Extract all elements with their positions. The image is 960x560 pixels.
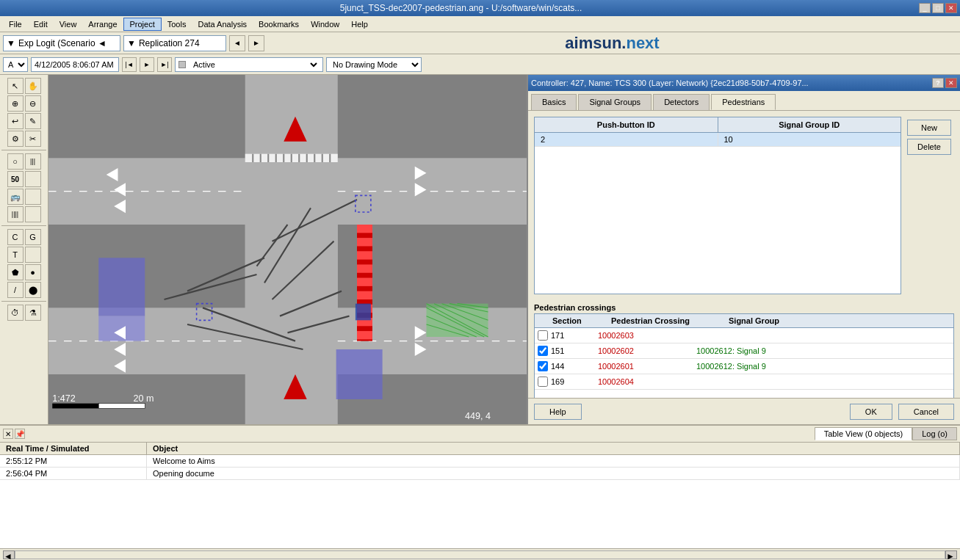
t-tool[interactable]: T — [7, 247, 24, 263]
scenario-dropdown[interactable]: ▼ Exp Logit (Scenario ◄ — [3, 35, 120, 51]
minimize-button[interactable]: _ — [919, 3, 931, 13]
prev-replication-button[interactable]: ◄ — [229, 35, 245, 51]
tool-row-8: |||| — [1, 206, 46, 222]
undo-tool[interactable]: ↩ — [7, 113, 24, 129]
play-button[interactable]: ► — [140, 57, 154, 72]
log-pin-button[interactable]: 📌 — [15, 429, 25, 439]
pushbutton-row-1[interactable]: 2 10 — [535, 133, 901, 147]
help-button[interactable]: Help — [534, 404, 582, 420]
pushbutton-table-header: Push-button ID Signal Group ID — [535, 117, 901, 133]
menu-data-analysis[interactable]: Data Analysis — [192, 18, 253, 30]
crossing-signal-3: 10002612: Signal 9 — [696, 362, 950, 371]
empty-tool-4 — [25, 247, 41, 263]
zoom-out-tool[interactable]: ⊖ — [25, 95, 41, 112]
menu-help[interactable]: Help — [345, 18, 374, 30]
main-viewport[interactable]: 1:472 20 m 449, 4 1:472 20 m — [48, 75, 527, 424]
pan-tool[interactable]: ✋ — [25, 78, 41, 94]
lines-tool[interactable]: ||| — [25, 153, 41, 170]
crossing-id-2[interactable]: 10002602 — [598, 346, 693, 355]
bottom-tabs: Table View (0 objects) Log (o) — [815, 427, 957, 440]
g-tool[interactable]: G — [25, 229, 41, 245]
dot-tool[interactable]: ● — [25, 264, 41, 280]
close-button[interactable]: ✕ — [945, 3, 957, 13]
number-tool[interactable]: 50 — [7, 171, 24, 187]
crossing-row-3: 144 10002601 10002612: Signal 9 — [535, 359, 953, 374]
crossing-id-3[interactable]: 10002601 — [598, 362, 693, 371]
cut-tool[interactable]: ✂ — [25, 131, 41, 147]
scroll-track[interactable] — [15, 550, 945, 559]
pushbutton-id-cell: 2 — [535, 133, 718, 146]
dialog-tabs: Basics Signal Groups Detectors Pedestria… — [528, 91, 960, 111]
c-tool[interactable]: C — [7, 229, 24, 245]
crossing-checkbox-2[interactable] — [538, 346, 548, 356]
menu-arrange[interactable]: Arrange — [82, 18, 123, 30]
tab-pedestrians[interactable]: Pedestrians — [711, 94, 776, 110]
menu-bookmarks[interactable]: Bookmarks — [253, 18, 305, 30]
object-col-header: Object — [147, 443, 960, 454]
maximize-button[interactable]: □ — [932, 3, 944, 13]
clock-tool[interactable]: ⏱ — [7, 305, 24, 321]
tool-row-12: / ⬤ — [1, 282, 46, 298]
scroll-right-button[interactable]: ► — [945, 550, 957, 559]
menu-edit[interactable]: Edit — [28, 18, 54, 30]
svg-rect-21 — [336, 349, 383, 399]
tool-row-1: ↖ ✋ — [1, 78, 46, 94]
log-tab[interactable]: Log (o) — [912, 427, 957, 440]
replication-dropdown[interactable]: ▼ Replication 274 — [123, 35, 226, 51]
crossing-section-1: 171 — [551, 331, 595, 340]
crossing-id-4[interactable]: 10002604 — [598, 377, 693, 386]
crossing-checkbox-3[interactable] — [538, 361, 548, 371]
zoom-in-tool[interactable]: ⊕ — [7, 95, 24, 112]
menu-view[interactable]: View — [54, 18, 83, 30]
cancel-button[interactable]: Cancel — [898, 404, 954, 420]
new-button[interactable]: New — [907, 120, 951, 136]
view-select[interactable]: A — [3, 57, 28, 72]
crossings-table: Section Pedestrian Crossing Signal Group… — [534, 313, 954, 398]
time-input[interactable] — [31, 57, 119, 72]
dialog-title-bar: Controller: 427, Name: TCS 300 (Layer: N… — [528, 75, 960, 91]
menu-file[interactable]: File — [3, 18, 28, 30]
pentagon-tool[interactable]: ⬟ — [7, 264, 24, 280]
tool-row-3: ↩ ✎ — [1, 113, 46, 129]
crossing-checkbox-4[interactable] — [538, 377, 548, 387]
tool-row-7: 🚌 — [1, 189, 46, 205]
dialog-help-icon[interactable]: ? — [932, 78, 944, 88]
first-frame-button[interactable]: |◄ — [122, 57, 137, 72]
bottom-scrollbar[interactable]: ◄ ► — [0, 548, 960, 560]
menu-project[interactable]: Project — [123, 18, 162, 31]
line-tool[interactable]: / — [7, 282, 24, 298]
menu-tools[interactable]: Tools — [162, 18, 192, 30]
ok-button[interactable]: OK — [850, 404, 892, 420]
tab-basics[interactable]: Basics — [531, 94, 577, 110]
active-dropdown[interactable]: Active — [187, 57, 320, 72]
circle-tool[interactable]: ○ — [7, 153, 24, 170]
table-view-tab[interactable]: Table View (0 objects) — [815, 427, 912, 440]
dialog-close-button[interactable]: ✕ — [945, 78, 957, 88]
svg-text:20 m: 20 m — [134, 393, 154, 404]
crossing-checkbox-1[interactable] — [538, 330, 548, 341]
log-close-button[interactable]: ✕ — [3, 429, 13, 439]
crossing-id-1[interactable]: 10002603 — [598, 331, 693, 340]
select-tool[interactable]: ↖ — [7, 78, 24, 94]
delete-button[interactable]: Delete — [907, 139, 951, 155]
section-col-header: Section — [552, 316, 611, 325]
svg-rect-18 — [357, 331, 372, 339]
bus-tool[interactable]: 🚌 — [7, 189, 24, 205]
last-frame-button[interactable]: ►| — [157, 57, 172, 72]
tab-detectors[interactable]: Detectors — [653, 94, 710, 110]
pushbutton-table: Push-button ID Signal Group ID 2 10 — [534, 117, 901, 294]
menu-bar: File Edit View Arrange Project Tools Dat… — [0, 16, 960, 32]
next-replication-button[interactable]: ► — [248, 35, 264, 51]
menu-window[interactable]: Window — [305, 18, 345, 30]
active-indicator — [178, 61, 186, 68]
filter-tool[interactable]: ⚗ — [25, 305, 41, 321]
drawing-mode-dropdown[interactable]: No Drawing Mode — [326, 57, 422, 72]
grid-tool[interactable]: |||| — [7, 206, 24, 222]
crossing-signal-2: 10002612: Signal 9 — [696, 346, 950, 355]
draw-tool[interactable]: ✎ — [25, 113, 41, 129]
circle-fill-tool[interactable]: ⬤ — [25, 282, 41, 298]
crossing-col-header: Pedestrian Crossing — [611, 316, 729, 325]
scroll-left-button[interactable]: ◄ — [3, 550, 15, 559]
tab-signal-groups[interactable]: Signal Groups — [578, 94, 652, 110]
settings-tool[interactable]: ⚙ — [7, 131, 24, 147]
